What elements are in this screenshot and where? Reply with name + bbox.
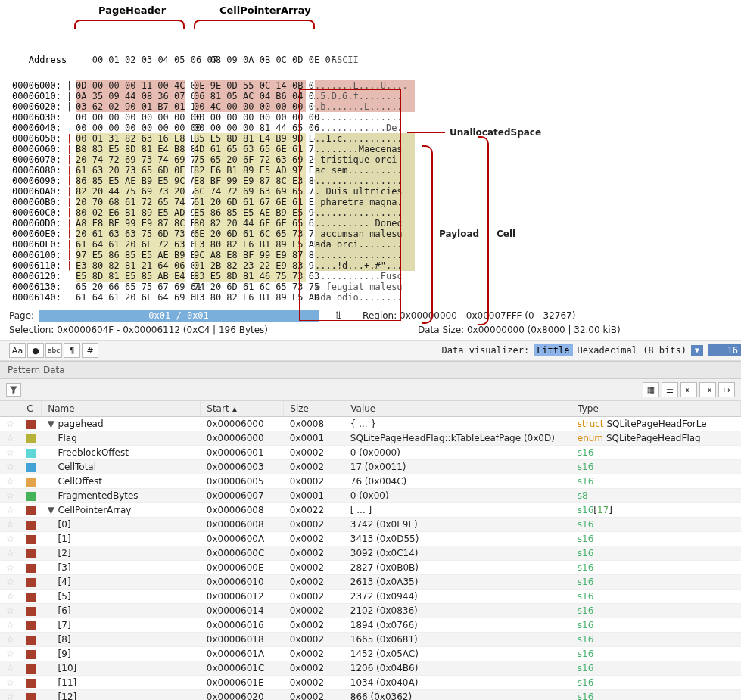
bullet-icon[interactable]: ● [27,343,44,358]
vis-count[interactable]: 16 [708,344,741,356]
table-row[interactable]: ☆ [12]0x000060200x0002866 (0x0362)s16 [0,690,741,701]
hex-row[interactable]: 00006070:|20 74 72 69 73 74 69 71 75 65 … [0,154,741,165]
table-row[interactable]: ☆ [4]0x000060100x00022613 (0x0A35)s16 [0,575,741,590]
hex-row[interactable]: 000060E0:|20 61 63 63 75 6D 73 61 6E 20 … [0,229,741,239]
hex-row[interactable]: 00006040: 00 00 00 00 00 00 00 00 00 00 … [0,123,741,133]
table-row[interactable]: ☆ [11]0x0000601E0x00021034 (0x040A)s16 [0,676,741,690]
table-row[interactable]: ☆ FreeblockOffest0x000060010x00020 (0x00… [0,446,741,460]
pattern-toolbar: ▦ ☰ ⇤ ⇥ ↦ [0,379,741,401]
hex-header-row: Address 00 01 02 03 04 05 06 07 08 09 0A… [0,41,741,80]
hex-row[interactable]: 00006020:|03 62 02 90 01 B7 01 13 00 4C … [0,101,741,112]
table-row[interactable]: ☆ CellTotal0x000060030x000217 (0x0011)s1… [0,460,741,474]
vis-label: Data visualizer: [442,345,530,356]
table-row[interactable]: ☆ [0]0x000060080x00023742 (0x0E9E)s16 [0,518,741,532]
color-col[interactable]: C [20,401,42,417]
table-row[interactable]: ☆ [8]0x000060180x00021665 (0x0681)s16 [0,633,741,647]
selection-value: 0x0000604F - 0x00006112 (0xC4 | 196 Byte… [57,325,268,335]
hex-row[interactable]: 00006100:|97 E5 86 85 E5 AE B9 E5 9C A8 … [0,250,741,260]
brace-cell [478,136,489,325]
hex-editor[interactable]: Address 00 01 02 03 04 05 06 07 08 09 0A… [0,38,741,303]
table-row[interactable]: ☆ [7]0x000060160x00021894 (0x0766)s16 [0,618,741,633]
datasize-label: Data Size: [418,325,464,335]
hex-row[interactable]: 00006010:|0A 35 09 44 08 36 07 66 06 81 … [0,91,741,101]
hex-row[interactable]: 00006050:|00 01 31 82 63 16 E8 B5 B5 E5 … [0,133,741,144]
layout-grid-button[interactable]: ▦ [643,382,659,397]
hex-row[interactable]: 00006120: E5 8D 81 E5 85 AB E4 B8 83 E5 … [0,271,741,282]
layout-both-button[interactable]: ↦ [718,382,735,397]
hex-row[interactable]: 00006060:|B8 83 E5 8D 81 E4 B8 80 4D 61 … [0,144,741,154]
layout-indent-button[interactable]: ☰ [662,382,678,397]
name-col[interactable]: Name [42,401,201,417]
hex-row[interactable]: 000060A0:|82 20 44 75 69 73 20 75 6C 74 … [0,186,741,197]
hash-button[interactable]: # [82,343,98,358]
layout-left-button[interactable]: ⇤ [680,382,697,397]
hex-row[interactable]: 00006030: 00 00 00 00 00 00 00 00 00 00 … [0,112,741,123]
table-row[interactable]: ☆ [2]0x0000600C0x00023092 (0x0C14)s16 [0,546,741,561]
anno-unalloc: UnallocatedSpace [450,127,541,138]
table-row[interactable]: ☆ [10]0x0000601C0x00021206 (0x04B6)s16 [0,661,741,676]
table-row[interactable]: ☆ [1]0x0000600A0x00023413 (0x0D55)s16 [0,532,741,546]
table-row[interactable]: ☆ [3]0x0000600E0x00022827 (0x0B0B)s16 [0,561,741,575]
filter-button[interactable] [6,383,21,397]
hex-row[interactable]: 00006130: 65 20 66 65 75 67 69 61 74 20 … [0,282,741,292]
star-col[interactable] [0,401,20,417]
table-row[interactable]: ☆ Flag0x000060000x0001SQLitePageHeadFlag… [0,431,741,446]
abc-button[interactable]: abc [45,343,62,358]
table-row[interactable]: ☆ [9]0x0000601A0x00021452 (0x05AC)s16 [0,647,741,661]
hex-row[interactable]: 00006000:|0D 00 00 00 11 00 4C 00 0E 9E … [0,80,741,91]
page-label: Page: [9,310,34,321]
anno-cell: Cell [497,229,515,239]
hex-row[interactable]: 00006090:|86 85 E5 AE B9 E5 9C A8 E8 BF … [0,176,741,186]
hex-row[interactable]: 000060D0:|A8 E8 BF 99 E9 87 8C E3 80 82 … [0,218,741,229]
anno-pageheader: PageHeader [98,5,166,16]
hex-row[interactable]: 00006140: 61 64 61 20 6F 64 69 6F E3 80 … [0,292,741,303]
pattern-data-tab[interactable]: Pattern Data [0,361,741,379]
funnel-icon [9,385,18,394]
datasize-value: 0x00000000 (0x8000 | 32.00 kiB) [467,325,621,335]
display-toolbar: Aa ● abc ¶ # Data visualizer: Little Hex… [0,340,741,361]
type-col[interactable]: Type [571,401,741,417]
vis-endian[interactable]: Little [534,344,572,356]
table-row[interactable]: ☆ FragmentedBytes0x000060070x00010 (0x00… [0,489,741,503]
table-row[interactable]: ☆ [6]0x000060140x00022102 (0x0836)s16 [0,604,741,618]
annotation-header: PageHeader CellPointerArray [0,0,741,38]
table-row[interactable]: ☆ CellOffest0x000060050x000276 (0x004C)s… [0,474,741,489]
value-col[interactable]: Value [344,401,571,417]
selection-label: Selection: [9,325,54,335]
table-row[interactable]: ☆▼ CellPointerArray0x000060080x0022[ ...… [0,503,741,518]
anno-payload: Payload [439,229,479,239]
unalloc-pointer [407,132,445,133]
page-slider[interactable]: 0x01 / 0x01 [39,310,319,322]
anno-cellptr: CellPointerArray [219,5,311,16]
hex-row[interactable]: 00006110:|E3 80 82 81 21 64 06 00 01 2B … [0,260,741,271]
hex-row[interactable]: 000060C0:|80 02 E6 B1 89 E5 AD 97 E5 86 … [0,207,741,218]
hex-row[interactable]: 00006080:|61 63 20 73 65 6D 0E D3 82 E6 … [0,165,741,176]
hex-row[interactable]: 000060F0:|61 64 61 20 6F 72 63 69 E3 80 … [0,239,741,250]
vis-dropdown-icon[interactable]: ▼ [691,345,703,356]
hex-row[interactable]: 000060B0:|20 70 68 61 72 65 74 72 61 20 … [0,197,741,207]
vis-format[interactable]: Hexadecimal (8 bits) [578,345,687,356]
table-row[interactable]: ☆ [5]0x000060120x00022372 (0x0944)s16 [0,590,741,604]
status-bar: Page: 0x01 / 0x01 ⮁ Region: 0x00000000 -… [0,303,741,340]
table-row[interactable]: ☆▼ pagehead0x000060000x0008{ ... }struct… [0,417,741,431]
pattern-table[interactable]: C Name Start▲ Size Value Type ☆▼ pagehea… [0,401,741,700]
font-aa-button[interactable]: Aa [9,343,26,358]
pilcrow-button[interactable]: ¶ [64,343,80,358]
brace-pageheader [74,20,185,29]
layout-right-button[interactable]: ⇥ [699,382,716,397]
start-col[interactable]: Start▲ [201,401,284,417]
size-col[interactable]: Size [284,401,344,417]
brace-cellptr [194,20,315,29]
brace-payload [422,145,433,324]
region-label: Region: [363,310,397,321]
